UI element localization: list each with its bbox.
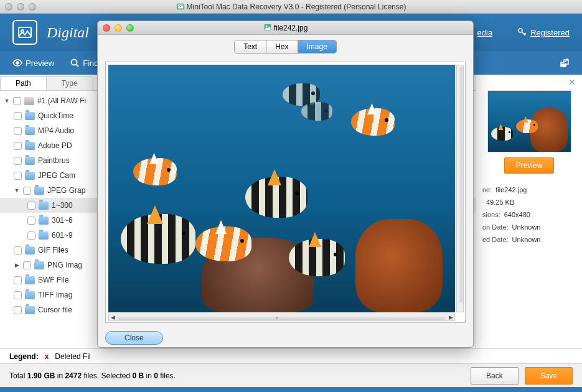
image-content[interactable] — [108, 65, 455, 312]
status-bar: Total 1.90 GB in 2472 files. Selected 0 … — [0, 363, 582, 387]
svg-point-6 — [72, 60, 77, 65]
svg-rect-1 — [177, 4, 183, 8]
checkbox[interactable] — [14, 157, 22, 165]
meta-modified: ed Date:Unknown — [482, 236, 576, 243]
svg-rect-2 — [19, 27, 31, 37]
deleted-marker-icon: x — [45, 352, 49, 361]
folder-icon — [39, 231, 49, 240]
eye-icon — [12, 58, 22, 68]
meta-size: 49.25 KB — [482, 198, 576, 206]
checkbox[interactable] — [23, 261, 31, 269]
info-panel: ✕ Preview ne:file242.jpg 49.25 KB sions:… — [476, 75, 582, 348]
modal-titlebar: file242.jpg — [98, 21, 473, 35]
folder-icon — [25, 157, 35, 165]
checkbox[interactable] — [14, 306, 22, 314]
checkbox[interactable] — [27, 202, 35, 210]
footer: Copyright 2011 - 2015, MiniTool Solution… — [0, 387, 582, 392]
tab-hex[interactable]: Hex — [266, 40, 298, 53]
checkbox[interactable] — [14, 291, 22, 299]
tab-image[interactable]: Image — [298, 40, 336, 53]
folder-icon — [25, 127, 35, 135]
modal-tabs: Text Hex Image — [98, 35, 473, 58]
vertical-scrollbar[interactable] — [456, 65, 464, 312]
find-tool[interactable]: Find — [70, 58, 98, 68]
key-icon — [517, 27, 527, 37]
checkbox[interactable] — [14, 276, 22, 284]
preview-tool[interactable]: Preview — [12, 58, 54, 68]
status-text: Total 1.90 GB in 2472 files. Selected 0 … — [9, 371, 176, 380]
image-file-icon — [263, 23, 272, 32]
legend-bar: Legend: x Deleted Fil — [0, 348, 582, 363]
image-viewer: ◀▶ — [105, 62, 466, 323]
main-titlebar: MiniTool Mac Data Recovery V3.0 - Regist… — [0, 0, 582, 14]
checkbox[interactable] — [14, 142, 22, 150]
scroll-left-icon[interactable]: ◀ — [109, 314, 116, 320]
app-icon — [176, 2, 185, 11]
traffic-lights — [5, 3, 36, 11]
preview-button[interactable]: Preview — [504, 157, 555, 174]
close-window-button[interactable] — [5, 3, 12, 11]
checkbox[interactable] — [14, 246, 22, 254]
checkbox[interactable] — [27, 217, 35, 225]
svg-line-7 — [77, 65, 79, 67]
checkbox[interactable] — [27, 231, 35, 240]
registered-link[interactable]: Registered — [517, 27, 570, 37]
checkbox[interactable] — [14, 112, 22, 120]
disclosure-icon[interactable]: ▼ — [4, 98, 10, 104]
meta-creation: on Date:Unknown — [482, 223, 576, 231]
folder-icon — [25, 306, 35, 314]
tab-text[interactable]: Text — [235, 40, 266, 53]
modal-title: file242.jpg — [98, 23, 473, 32]
legend-label: Legend: — [9, 352, 39, 361]
modal-zoom-button[interactable] — [126, 24, 134, 32]
horizontal-scrollbar[interactable]: ◀▶ — [108, 314, 455, 321]
modal-traffic-lights — [103, 24, 134, 32]
folder-icon — [34, 261, 44, 269]
window-title: MiniTool Mac Data Recovery V3.0 - Regist… — [0, 2, 582, 11]
export-tool[interactable] — [560, 58, 570, 68]
folder-icon — [25, 246, 35, 254]
scroll-right-icon[interactable]: ▶ — [447, 314, 454, 320]
folder-icon — [25, 112, 35, 120]
tab-path[interactable]: Path — [0, 76, 47, 90]
folder-icon — [39, 202, 49, 210]
folder-icon — [25, 291, 35, 299]
svg-rect-8 — [561, 63, 566, 67]
folder-icon — [25, 276, 35, 284]
folder-icon — [25, 172, 35, 180]
modal-close-dialog-button[interactable]: Close — [105, 331, 163, 345]
folder-icon — [39, 217, 49, 225]
folder-icon — [25, 142, 35, 150]
modal-close-button[interactable] — [103, 24, 110, 32]
thumbnail — [487, 90, 571, 152]
minimize-window-button[interactable] — [17, 3, 24, 11]
search-icon — [70, 58, 80, 68]
export-icon — [560, 58, 570, 68]
disclosure-icon[interactable]: ▶ — [14, 262, 20, 268]
checkbox[interactable] — [23, 187, 31, 195]
zoom-window-button[interactable] — [29, 3, 36, 11]
legend-deleted: Deleted Fil — [55, 352, 90, 361]
modal-minimize-button[interactable] — [115, 24, 122, 32]
close-panel-icon[interactable]: ✕ — [568, 77, 576, 87]
meta-dimensions: sions:640x480 — [482, 211, 576, 218]
disclosure-icon[interactable]: ▼ — [14, 187, 20, 194]
svg-point-10 — [266, 26, 268, 27]
svg-rect-0 — [176, 4, 184, 10]
tab-type[interactable]: Type — [46, 76, 93, 90]
folder-icon — [34, 187, 44, 195]
checkbox[interactable] — [13, 97, 21, 105]
meta-filename: ne:file242.jpg — [482, 186, 576, 194]
checkbox[interactable] — [14, 172, 22, 180]
checkbox[interactable] — [14, 127, 22, 135]
back-button[interactable]: Back — [471, 367, 519, 385]
preview-modal: file242.jpg Text Hex Image ◀▶ Close — [97, 21, 474, 348]
media-link[interactable]: edia — [477, 28, 493, 37]
svg-rect-9 — [264, 24, 271, 31]
app-logo — [12, 20, 37, 45]
svg-point-5 — [16, 62, 19, 64]
save-button[interactable]: Save — [525, 367, 573, 385]
drive-icon — [24, 97, 34, 105]
app-name: Digital — [47, 24, 89, 41]
